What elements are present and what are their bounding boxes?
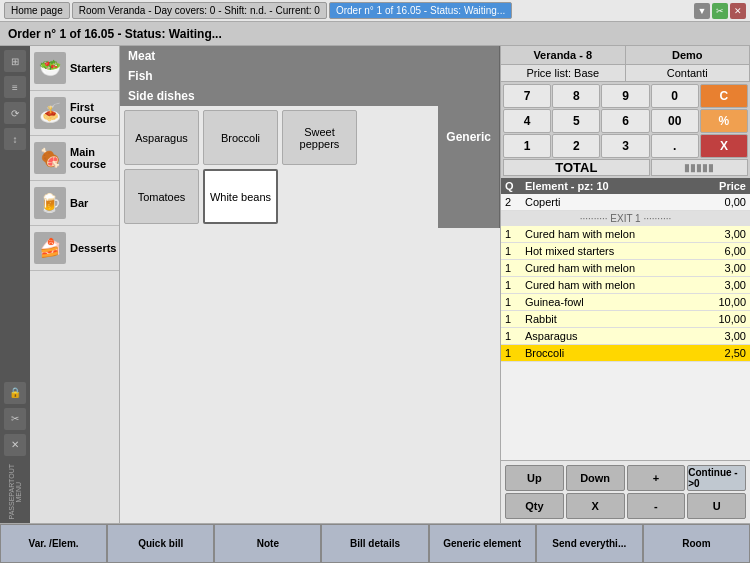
table-row[interactable]: 2Coperti0,00 bbox=[501, 194, 750, 211]
cell-element: Cured ham with melon bbox=[521, 277, 710, 294]
bill-details-button[interactable]: Bill details bbox=[321, 524, 428, 563]
food-content: Meat Fish Side dishes Asparagus Broccoli… bbox=[120, 46, 438, 228]
food-top: Meat Fish Side dishes Asparagus Broccoli… bbox=[120, 46, 500, 228]
room-tab[interactable]: Room Veranda - Day covers: 0 - Shift: n.… bbox=[72, 2, 327, 19]
num-dot[interactable]: . bbox=[651, 134, 699, 158]
order-title: Order n° 1 of 16.05 - Status: Waiting... bbox=[8, 27, 222, 41]
table-row[interactable]: 1Cured ham with melon3,00 bbox=[501, 260, 750, 277]
table-row[interactable]: 1Rabbit10,00 bbox=[501, 311, 750, 328]
main-thumb: 🍖 bbox=[34, 142, 66, 174]
food-sweet-peppers[interactable]: Sweet peppers bbox=[282, 110, 357, 165]
table-row[interactable]: 1Guinea-fowl10,00 bbox=[501, 294, 750, 311]
right-bottom-controls: Up Down + Continue ->0 Qty X - U bbox=[501, 460, 750, 523]
food-asparagus[interactable]: Asparagus bbox=[124, 110, 199, 165]
close-icon[interactable]: ✕ bbox=[730, 3, 746, 19]
cell-element: Hot mixed starters bbox=[521, 243, 710, 260]
cell-price: 3,00 bbox=[710, 226, 750, 243]
food-white-beans[interactable]: White beans bbox=[203, 169, 278, 224]
num-4[interactable]: 4 bbox=[503, 109, 551, 133]
send-everything-button[interactable]: Send everythi... bbox=[536, 524, 643, 563]
up-button[interactable]: Up bbox=[505, 465, 564, 491]
qty-button[interactable]: Qty bbox=[505, 493, 564, 519]
cell-q: 1 bbox=[501, 345, 521, 362]
sidebar-transfer-icon[interactable]: ↕ bbox=[4, 128, 26, 150]
generic-element-button[interactable]: Generic element bbox=[429, 524, 536, 563]
main-label: Main course bbox=[70, 146, 115, 170]
num-1[interactable]: 1 bbox=[503, 134, 551, 158]
sidebar-home-icon[interactable]: ⊞ bbox=[4, 50, 26, 72]
table-row[interactable]: 1Cured ham with melon3,00 bbox=[501, 277, 750, 294]
food-tomatoes[interactable]: Tomatoes bbox=[124, 169, 199, 224]
cat-desserts[interactable]: 🍰 Desserts bbox=[30, 226, 119, 271]
table-row[interactable]: 1Broccoli2,50 bbox=[501, 345, 750, 362]
home-tab[interactable]: Home page bbox=[4, 2, 70, 19]
sidebar-refresh-icon[interactable]: ⟳ bbox=[4, 102, 26, 124]
num-9[interactable]: 9 bbox=[601, 84, 649, 108]
cat-bar[interactable]: 🍺 Bar bbox=[30, 181, 119, 226]
sidebar-lock-icon[interactable]: 🔒 bbox=[4, 382, 26, 404]
cell-element: Cured ham with melon bbox=[521, 260, 710, 277]
num-8[interactable]: 8 bbox=[552, 84, 600, 108]
cat-first-course[interactable]: 🍝 First course bbox=[30, 91, 119, 136]
plus-button[interactable]: + bbox=[627, 465, 686, 491]
app-container: Home page Room Veranda - Day covers: 0 -… bbox=[0, 0, 750, 563]
x-button[interactable]: X bbox=[566, 493, 625, 519]
table-row[interactable]: 1Cured ham with melon3,00 bbox=[501, 226, 750, 243]
sidebar-menu-icon[interactable]: ≡ bbox=[4, 76, 26, 98]
num-7[interactable]: 7 bbox=[503, 84, 551, 108]
numpad: 7 8 9 0 C 4 5 6 00 % 1 2 3 . X TOTAL ▮▮▮… bbox=[501, 82, 750, 178]
num-00[interactable]: 00 bbox=[651, 109, 699, 133]
desserts-label: Desserts bbox=[70, 242, 116, 254]
note-button[interactable]: Note bbox=[214, 524, 321, 563]
minus-button[interactable]: - bbox=[627, 493, 686, 519]
continue-button[interactable]: Continue ->0 bbox=[687, 465, 746, 491]
cell-q: 1 bbox=[501, 243, 521, 260]
cat-starters[interactable]: 🥗 Starters bbox=[30, 46, 119, 91]
sidebar-cut-icon[interactable]: ✂ bbox=[4, 408, 26, 430]
num-6[interactable]: 6 bbox=[601, 109, 649, 133]
main-layout: ⊞ ≡ ⟳ ↕ 🔒 ✂ ✕ PASSEPARTOUTMENU 🥗 Starter… bbox=[0, 46, 750, 523]
table-row[interactable]: 1Asparagus3,00 bbox=[501, 328, 750, 345]
food-panel: Meat Fish Side dishes Asparagus Broccoli… bbox=[120, 46, 500, 523]
scissors-icon[interactable]: ✂ bbox=[712, 3, 728, 19]
starters-thumb: 🥗 bbox=[34, 52, 66, 84]
cell-price: 10,00 bbox=[710, 311, 750, 328]
var-elem-button[interactable]: Var. /Elem. bbox=[0, 524, 107, 563]
num-2[interactable]: 2 bbox=[552, 134, 600, 158]
u-button[interactable]: U bbox=[687, 493, 746, 519]
cat-main-course[interactable]: 🍖 Main course bbox=[30, 136, 119, 181]
first-label: First course bbox=[70, 101, 115, 125]
cell-element: Broccoli bbox=[521, 345, 710, 362]
order-tab[interactable]: Order n° 1 of 16.05 - Status: Waiting... bbox=[329, 2, 512, 19]
table-row: ·········· EXIT 1 ·········· bbox=[501, 211, 750, 227]
generic-button[interactable]: Generic bbox=[438, 46, 500, 228]
table-row[interactable]: 1Hot mixed starters6,00 bbox=[501, 243, 750, 260]
col-element: Element - pz: 10 bbox=[521, 178, 710, 194]
cell-price: 3,00 bbox=[710, 277, 750, 294]
col-q: Q bbox=[501, 178, 521, 194]
ctrl-row-1: Up Down + Continue ->0 bbox=[505, 465, 746, 491]
room-button[interactable]: Room bbox=[643, 524, 750, 563]
num-c[interactable]: C bbox=[700, 84, 748, 108]
cell-price: 2,50 bbox=[710, 345, 750, 362]
sidebar-close-icon[interactable]: ✕ bbox=[4, 434, 26, 456]
left-sidebar: ⊞ ≡ ⟳ ↕ 🔒 ✂ ✕ PASSEPARTOUTMENU bbox=[0, 46, 30, 523]
num-0[interactable]: 0 bbox=[651, 84, 699, 108]
num-5[interactable]: 5 bbox=[552, 109, 600, 133]
quick-bill-button[interactable]: Quick bill bbox=[107, 524, 214, 563]
cell-price: 10,00 bbox=[710, 294, 750, 311]
cell-element: Rabbit bbox=[521, 311, 710, 328]
num-x[interactable]: X bbox=[700, 134, 748, 158]
cell-element: Coperti bbox=[521, 194, 710, 211]
down-button[interactable]: Down bbox=[566, 465, 625, 491]
first-thumb: 🍝 bbox=[34, 97, 66, 129]
section-fish: Fish bbox=[120, 66, 438, 86]
num-percent[interactable]: % bbox=[700, 109, 748, 133]
cell-q: 1 bbox=[501, 226, 521, 243]
mode-label: Demo bbox=[626, 46, 751, 64]
num-3[interactable]: 3 bbox=[601, 134, 649, 158]
food-broccoli[interactable]: Broccoli bbox=[203, 110, 278, 165]
caret-icon[interactable]: ▼ bbox=[694, 3, 710, 19]
total-label: TOTAL bbox=[503, 159, 650, 176]
cell-element: Asparagus bbox=[521, 328, 710, 345]
